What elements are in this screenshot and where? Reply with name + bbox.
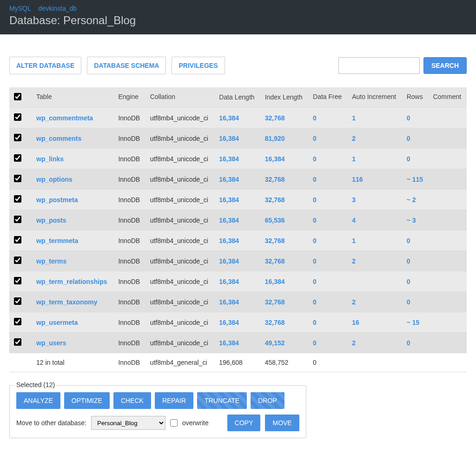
cell-data-length: 16,384 [214,149,260,169]
cell-data-free: 0 [308,128,347,149]
table-row: wp_termmeta InnoDB utf8mb4_unicode_ci 16… [9,230,467,251]
cell-auto-increment: 16 [347,312,402,333]
summary-engine: InnoDB [113,353,145,372]
row-checkbox[interactable] [14,277,21,284]
row-checkbox[interactable] [14,175,21,182]
cell-data-free: 0 [308,210,347,230]
check-button[interactable]: CHECK [113,392,151,409]
row-checkbox[interactable] [14,257,21,264]
cell-comment [428,271,467,292]
database-schema-button[interactable]: DATABASE SCHEMA [87,57,166,74]
cell-index-length: 32,768 [260,312,308,333]
cell-index-length: 32,768 [260,190,308,210]
col-collation[interactable]: Collation [145,87,215,108]
cell-collation: utf8mb4_unicode_ci [145,312,215,333]
row-checkbox[interactable] [14,195,21,203]
col-data-length[interactable]: Data Length [214,87,260,108]
col-auto-increment[interactable]: Auto Increment [347,87,402,108]
table-row: wp_links InnoDB utf8mb4_unicode_ci 16,38… [9,149,467,169]
overwrite-checkbox[interactable] [170,419,178,427]
cell-auto-increment: 2 [347,251,402,271]
row-checkbox[interactable] [14,134,21,141]
cell-rows: ~ 3 [402,210,429,230]
cell-index-length: 49,152 [260,333,308,353]
cell-index-length: 32,768 [260,169,308,190]
cell-comment [428,190,467,210]
table-link[interactable]: wp_usermeta [36,319,78,326]
cell-engine: InnoDB [113,149,145,169]
cell-rows: 0 [402,149,429,169]
cell-comment [428,333,467,353]
row-checkbox[interactable] [14,318,21,325]
cell-collation: utf8mb4_unicode_ci [145,169,215,190]
row-checkbox[interactable] [14,154,21,162]
table-row: wp_postmeta InnoDB utf8mb4_unicode_ci 16… [9,190,467,210]
truncate-button[interactable]: TRUNCATE [197,392,247,409]
search-button[interactable]: SEARCH [423,57,467,74]
table-link[interactable]: wp_links [36,155,64,163]
overwrite-label: overwrite [182,419,209,427]
tables-list: Table Engine Collation Data Length Index… [9,87,467,372]
col-engine[interactable]: Engine [113,87,145,108]
cell-collation: utf8mb4_unicode_ci [145,210,215,230]
select-all-checkbox[interactable] [14,93,21,100]
move-target-select[interactable]: Personal_Blog [91,416,165,430]
cell-rows: ~ 2 [402,190,429,210]
row-checkbox[interactable] [14,113,21,121]
cell-data-free: 0 [308,251,347,271]
table-link[interactable]: wp_users [36,339,66,347]
cell-auto-increment: 2 [347,292,402,312]
row-checkbox[interactable] [14,338,21,346]
cell-data-free: 0 [308,333,347,353]
breadcrumb-db[interactable]: devkinsta_db [39,5,77,12]
table-row: wp_users InnoDB utf8mb4_unicode_ci 16,38… [9,333,467,353]
cell-data-free: 0 [308,169,347,190]
cell-data-free: 0 [308,292,347,312]
table-link[interactable]: wp_options [36,176,73,183]
analyze-button[interactable]: ANALYZE [16,392,60,409]
table-link[interactable]: wp_comments [36,135,81,142]
privileges-button[interactable]: PRIVILEGES [172,57,225,74]
move-button[interactable]: MOVE [265,415,299,431]
table-row: wp_commentmeta InnoDB utf8mb4_unicode_ci… [9,108,467,128]
table-link[interactable]: wp_term_taxonomy [36,298,97,306]
summary-row: 12 in total InnoDB utf8mb4_general_ci 19… [9,353,467,372]
drop-button[interactable]: DROP [251,392,284,409]
breadcrumb-server[interactable]: MySQL [9,5,31,12]
cell-engine: InnoDB [113,210,145,230]
table-link[interactable]: wp_terms [36,257,66,265]
cell-auto-increment [347,271,402,292]
search-input[interactable] [338,57,420,74]
row-checkbox[interactable] [14,297,21,305]
cell-rows: ~ 15 [402,312,429,333]
row-checkbox[interactable] [14,236,21,244]
cell-rows: 0 [402,271,429,292]
col-data-free[interactable]: Data Free [308,87,347,108]
col-comment[interactable]: Comment [428,87,467,108]
table-row: wp_comments InnoDB utf8mb4_unicode_ci 16… [9,128,467,149]
cell-rows: 0 [402,128,429,149]
row-checkbox[interactable] [14,216,21,223]
col-table[interactable]: Table [32,87,113,108]
cell-index-length: 32,768 [260,230,308,251]
table-link[interactable]: wp_postmeta [36,196,78,204]
cell-collation: utf8mb4_unicode_ci [145,190,215,210]
optimize-button[interactable]: OPTIMIZE [64,392,110,409]
alter-database-button[interactable]: ALTER DATABASE [9,57,81,74]
table-link[interactable]: wp_term_relationships [36,278,107,285]
table-link[interactable]: wp_termmeta [36,237,78,244]
table-link[interactable]: wp_commentmeta [36,114,93,122]
table-row: wp_term_taxonomy InnoDB utf8mb4_unicode_… [9,292,467,312]
col-index-length[interactable]: Index Length [260,87,308,108]
cell-rows: 0 [402,333,429,353]
toolbar: ALTER DATABASE DATABASE SCHEMA PRIVILEGE… [9,57,467,74]
cell-data-free: 0 [308,312,347,333]
copy-button[interactable]: COPY [227,415,261,431]
cell-collation: utf8mb4_unicode_ci [145,108,215,128]
col-rows[interactable]: Rows [402,87,429,108]
cell-auto-increment: 2 [347,128,402,149]
summary-data-length: 196,608 [214,353,260,372]
cell-rows: 0 [402,108,429,128]
table-link[interactable]: wp_posts [36,217,66,224]
repair-button[interactable]: REPAIR [155,392,193,409]
